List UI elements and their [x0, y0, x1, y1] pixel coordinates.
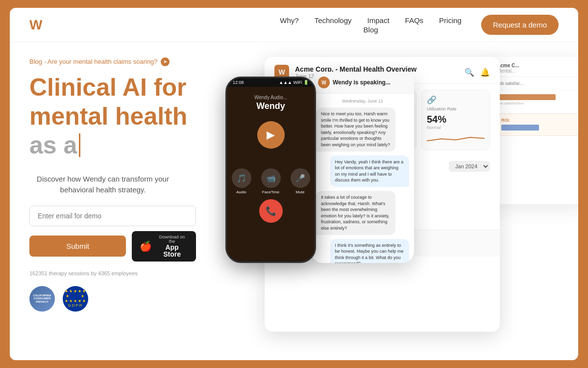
nav-bottom-row: Blog: [364, 26, 378, 34]
phone-end-call-button[interactable]: 📞: [259, 199, 283, 223]
nav-top-row: Why? Technology Impact FAQs Pricing: [280, 16, 462, 25]
nav-impact[interactable]: Impact: [368, 16, 390, 25]
form-actions-row: Submit 🍎 Download on the App Store: [29, 231, 196, 262]
chat-date: Wednesday, June 12: [316, 99, 409, 104]
hero-right: W Acme Corp. - Mental Health Overview Ju…: [235, 52, 559, 360]
navbar: W Why? Technology Impact FAQs Pricing Bl…: [10, 8, 578, 42]
ccpa-badge: CALIFORNIACONSUMERPRIVACY: [29, 286, 55, 312]
apple-icon: 🍎: [140, 240, 152, 252]
phone-mockup: 12:08 ▲▲▲ WiFi 🔋 Wendy Audio... Wendy ▶ …: [225, 77, 316, 263]
hero-heading-line3: as a: [29, 132, 235, 159]
compliance-badges: CALIFORNIACONSUMERPRIVACY ★★★★★★ ★★★★★★G…: [29, 286, 235, 312]
dash2-bar-1: [497, 94, 556, 100]
notification-icon[interactable]: 🔔: [480, 68, 490, 77]
date-filter-select[interactable]: Jan 2024: [449, 161, 490, 172]
sessions-count: 162351 therapy sessions by 4365 employee…: [29, 270, 196, 276]
dash-action-icons: 🔍 🔔: [465, 68, 490, 77]
utilization-chart: [427, 130, 485, 145]
utilization-sub: Normal: [427, 125, 485, 130]
search-icon[interactable]: 🔍: [465, 68, 474, 77]
roi-card: ROI: [497, 113, 578, 136]
logo: W: [29, 17, 42, 33]
utilization-icon: 🔗: [427, 95, 485, 105]
gdpr-badge: ★★★★★★ ★★★★★★GDPR: [63, 286, 88, 312]
facetime-label: FaceTime: [262, 190, 279, 194]
phone-time: 12:08: [233, 80, 244, 85]
phone-controls: 🎵 Audio 📹 FaceTime 🎤 Mute: [232, 168, 310, 194]
chat-message-4: I think it's something as entirely to be…: [330, 239, 410, 263]
roi-label: ROI: [501, 118, 577, 123]
chat-message-1: Nice to meet you too, Harsh warm smile I…: [316, 107, 395, 152]
mute-label: Mute: [296, 190, 305, 194]
phone-content: Wendy Audio... Wendy ▶ 🎵 Audio 📹 FaceTim…: [227, 87, 315, 261]
blog-link-arrow-icon: ➤: [161, 57, 170, 66]
chat-header: W Wendy is speaking...: [311, 72, 414, 94]
phone-signal: ▲▲▲ WiFi 🔋: [279, 80, 309, 85]
nav-blog[interactable]: Blog: [364, 26, 378, 34]
mute-button[interactable]: 🎤: [291, 168, 310, 188]
cursor-blink: [79, 133, 80, 157]
utilization-value: 54%: [427, 114, 485, 125]
hero-left: Blog - Are your mental health claims soa…: [29, 52, 235, 312]
hero-section: Blog - Are your mental health claims soa…: [10, 42, 578, 360]
submit-button[interactable]: Submit: [29, 236, 126, 257]
nav-links-container: Why? Technology Impact FAQs Pricing Blog: [280, 16, 462, 34]
chat-messages: Wednesday, June 12 Nice to meet you too,…: [311, 94, 414, 263]
nav-why[interactable]: Why?: [280, 16, 298, 25]
metric-utilization: 🔗 Utilization Rate 54% Normal: [421, 90, 490, 150]
chat-header-info: Wendy is speaking...: [333, 79, 391, 86]
chat-speaker-name: Wendy is speaking...: [333, 79, 391, 86]
audio-label: Audio: [236, 190, 246, 194]
phone-play-button[interactable]: ▶: [257, 121, 285, 149]
appstore-text: Download on the App Store: [156, 235, 188, 258]
facetime-button[interactable]: 📹: [261, 168, 281, 188]
utilization-label: Utilization Rate: [427, 106, 485, 112]
nav-technology[interactable]: Technology: [315, 16, 352, 25]
nav-faqs[interactable]: FAQs: [405, 16, 424, 25]
hero-subtext: Discover how Wendy can transform your be…: [29, 174, 176, 196]
phone-status-bar: 12:08 ▲▲▲ WiFi 🔋: [227, 78, 315, 87]
chat-mockup: W Wendy is speaking... Wednesday, June 1…: [311, 72, 414, 263]
dashboard-card-2: Acme C... Mental... Job satisfac... Job …: [490, 57, 578, 204]
request-demo-button[interactable]: Request a demo: [481, 15, 559, 35]
dash2-header: Acme C... Mental...: [490, 57, 578, 77]
audio-button[interactable]: 🎵: [232, 168, 251, 188]
chat-message-3: It takes a lot of courage to acknowledge…: [316, 191, 395, 235]
phone-app-name: Wendy: [256, 101, 285, 111]
roi-bar: [501, 125, 539, 131]
hero-heading-line1: Clinical AI for: [29, 74, 235, 101]
appstore-button[interactable]: 🍎 Download on the App Store: [132, 231, 196, 262]
blog-link-text: Blog - Are your mental health claims soa…: [29, 58, 158, 65]
phone-app-label: Wendy Audio...: [254, 95, 287, 100]
hero-heading-line2: mental health: [29, 103, 235, 130]
email-input[interactable]: [29, 206, 196, 226]
nav-pricing[interactable]: Pricing: [439, 16, 462, 25]
dash2-item-1: Job satisfac...: [490, 77, 578, 90]
chat-avatar: W: [318, 77, 330, 88]
blog-link[interactable]: Blog - Are your mental health claims soa…: [29, 57, 170, 66]
dash2-bar-1-label: Job satisfaction: [497, 101, 578, 105]
gdpr-stars: ★★★★★★ ★★★★★★GDPR: [65, 289, 87, 308]
chat-message-2: Hey Vandy, yeah I think there are a lot …: [330, 156, 410, 187]
email-form: Submit 🍎 Download on the App Store 16235…: [29, 206, 196, 276]
